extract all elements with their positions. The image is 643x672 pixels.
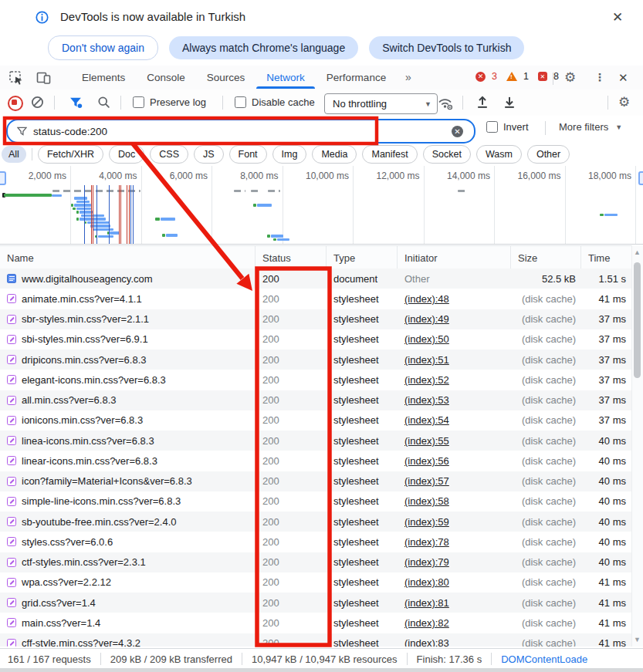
- chip-all[interactable]: All: [2, 146, 26, 163]
- request-name[interactable]: elegant-icons.min.css?ver=6.8.3: [22, 374, 166, 386]
- column-header-type[interactable]: Type: [327, 246, 398, 269]
- chip-other[interactable]: Other: [527, 145, 570, 164]
- invert-checkbox[interactable]: [486, 121, 498, 133]
- chip-css[interactable]: CSS: [150, 145, 188, 164]
- table-row[interactable]: elegant-icons.min.css?ver=6.8.3200styles…: [0, 370, 631, 390]
- request-name[interactable]: grid.css?ver=1.4: [22, 597, 96, 609]
- column-header-time[interactable]: Time: [581, 246, 631, 269]
- search-icon[interactable]: [97, 96, 110, 109]
- tab-performance[interactable]: Performance: [316, 66, 397, 89]
- request-name[interactable]: main.css?ver=1.4: [22, 617, 100, 629]
- network-conditions-icon[interactable]: [437, 96, 454, 110]
- tab-console[interactable]: Console: [136, 66, 196, 89]
- table-row[interactable]: dripicons.min.css?ver=6.8.3200stylesheet…: [0, 350, 631, 370]
- kebab-menu-icon[interactable]: ⋮: [594, 71, 605, 83]
- initiator-cell[interactable]: (index):79: [398, 552, 511, 572]
- table-row[interactable]: ctf-styles.min.css?ver=2.3.1200styleshee…: [0, 552, 631, 572]
- network-settings-gear-icon[interactable]: ⚙: [618, 94, 630, 110]
- initiator-cell[interactable]: (index):80: [398, 572, 511, 593]
- table-row[interactable]: sbr-styles.min.css?ver=2.1.1200styleshee…: [0, 309, 631, 329]
- initiator-cell[interactable]: (index):81: [398, 593, 511, 613]
- chip-img[interactable]: Img: [272, 145, 307, 164]
- request-name[interactable]: ionicons.min.css?ver=6.8.3: [22, 414, 143, 426]
- chip-media[interactable]: Media: [312, 145, 357, 164]
- initiator-cell[interactable]: (index):56: [398, 451, 511, 471]
- request-name[interactable]: linea-icons.min.css?ver=6.8.3: [22, 435, 154, 447]
- record-network-log-button[interactable]: [8, 96, 23, 111]
- export-har-icon[interactable]: [503, 95, 516, 110]
- invert-filter-control[interactable]: Invert: [486, 121, 529, 133]
- table-row[interactable]: icon?family=Material+Icons&ver=6.8.3200s…: [0, 471, 631, 491]
- devtools-close-icon[interactable]: ✕: [618, 71, 628, 85]
- inspect-element-icon[interactable]: [8, 70, 24, 86]
- device-toolbar-icon[interactable]: [36, 70, 52, 86]
- table-row[interactable]: linea-icons.min.css?ver=6.8.3200styleshe…: [0, 431, 631, 451]
- domcontentloaded-link[interactable]: DOMContentLoade: [501, 653, 587, 665]
- initiator-cell[interactable]: (index):52: [398, 370, 511, 390]
- chip-font[interactable]: Font: [229, 145, 267, 164]
- chip-socket[interactable]: Socket: [423, 145, 471, 164]
- preserve-log-checkbox[interactable]: [133, 96, 144, 108]
- initiator-cell[interactable]: (index):78: [398, 532, 511, 552]
- more-tabs-icon[interactable]: »: [405, 71, 410, 83]
- banner-button-1[interactable]: Always match Chrome's language: [169, 36, 358, 59]
- initiator-cell[interactable]: (index):53: [398, 390, 511, 410]
- request-name[interactable]: wpa.css?ver=2.2.12: [22, 576, 111, 588]
- request-name[interactable]: cff-style.min.css?ver=4.3.2: [22, 637, 140, 647]
- request-name[interactable]: dripicons.min.css?ver=6.8.3: [22, 354, 147, 366]
- table-row[interactable]: wpa.css?ver=2.2.12200stylesheet(index):8…: [0, 572, 631, 593]
- initiator-cell[interactable]: (index):57: [398, 471, 511, 491]
- settings-gear-icon[interactable]: ⚙: [564, 69, 576, 86]
- clear-network-log-icon[interactable]: [31, 96, 44, 109]
- column-header-status[interactable]: Status: [256, 246, 327, 269]
- table-row[interactable]: cff-style.min.css?ver=4.3.2200stylesheet…: [0, 633, 631, 647]
- clear-filter-icon[interactable]: ✕: [452, 126, 463, 137]
- throttling-select[interactable]: No throttling ▼: [324, 93, 438, 114]
- request-name[interactable]: icon?family=Material+Icons&ver=6.8.3: [22, 475, 192, 487]
- request-name[interactable]: simple-line-icons.min.css?ver=6.8.3: [22, 495, 181, 507]
- request-name[interactable]: sb-youtube-free.min.css?ver=2.4.0: [22, 516, 177, 528]
- initiator-cell[interactable]: (index):55: [398, 431, 511, 451]
- chip-wasm[interactable]: Wasm: [476, 145, 522, 164]
- request-name[interactable]: linear-icons.min.css?ver=6.8.3: [22, 455, 157, 467]
- column-header-name[interactable]: Name: [0, 246, 256, 269]
- initiator-cell[interactable]: (index):51: [398, 350, 511, 370]
- network-overview-waterfall[interactable]: 2,000 ms4,000 ms6,000 ms8,000 ms10,000 m…: [0, 166, 643, 245]
- table-row[interactable]: grid.css?ver=1.4200stylesheet(index):81(…: [0, 593, 631, 613]
- initiator-cell[interactable]: (index):58: [398, 491, 511, 512]
- chip-js[interactable]: JS: [194, 145, 224, 164]
- initiator-cell[interactable]: (index):59: [398, 512, 511, 532]
- table-row[interactable]: sbi-styles.min.css?ver=6.9.1200styleshee…: [0, 329, 631, 350]
- table-row[interactable]: sb-youtube-free.min.css?ver=2.4.0200styl…: [0, 512, 631, 532]
- table-row[interactable]: animate.min.css?ver=4.1.1200stylesheet(i…: [0, 289, 631, 309]
- scroll-up-icon[interactable]: ▲: [634, 248, 641, 256]
- table-row[interactable]: styles.css?ver=6.0.6200stylesheet(index)…: [0, 532, 631, 552]
- preserve-log-control[interactable]: Preserve log: [133, 96, 206, 108]
- banner-close-icon[interactable]: ✕: [612, 9, 623, 25]
- tab-sources[interactable]: Sources: [196, 66, 256, 89]
- request-name[interactable]: animate.min.css?ver=4.1.1: [22, 293, 142, 305]
- banner-button-0[interactable]: Don't show again: [48, 35, 158, 60]
- banner-button-2[interactable]: Switch DevTools to Turkish: [369, 36, 524, 59]
- initiator-cell[interactable]: (index):54: [398, 410, 511, 431]
- table-row[interactable]: simple-line-icons.min.css?ver=6.8.3200st…: [0, 491, 631, 512]
- table-row[interactable]: www.digitalhouseagency.com200documentOth…: [0, 268, 631, 289]
- column-header-initiator[interactable]: Initiator: [398, 246, 511, 269]
- disable-cache-control[interactable]: Disable cache: [235, 96, 315, 108]
- table-row[interactable]: ionicons.min.css?ver=6.8.3200stylesheet(…: [0, 410, 631, 431]
- tab-network[interactable]: Network: [256, 66, 316, 89]
- table-row[interactable]: main.css?ver=1.4200stylesheet(index):82(…: [0, 613, 631, 633]
- initiator-cell[interactable]: (index):82: [398, 613, 511, 633]
- filter-funnel-icon[interactable]: [69, 96, 83, 109]
- request-name[interactable]: ctf-styles.min.css?ver=2.3.1: [22, 556, 146, 568]
- request-name[interactable]: www.digitalhouseagency.com: [22, 273, 153, 285]
- initiator-cell[interactable]: (index):49: [398, 309, 511, 329]
- chip-doc[interactable]: Doc: [109, 145, 144, 164]
- request-name[interactable]: styles.css?ver=6.0.6: [22, 536, 113, 548]
- request-name[interactable]: sbi-styles.min.css?ver=6.9.1: [22, 333, 148, 345]
- chip-manifest[interactable]: Manifest: [362, 145, 417, 164]
- table-row[interactable]: all.min.css?ver=6.8.3200stylesheet(index…: [0, 390, 631, 410]
- request-name[interactable]: all.min.css?ver=6.8.3: [22, 394, 116, 406]
- timeline-right-handle[interactable]: [638, 171, 643, 185]
- initiator-cell[interactable]: (index):83: [398, 633, 511, 647]
